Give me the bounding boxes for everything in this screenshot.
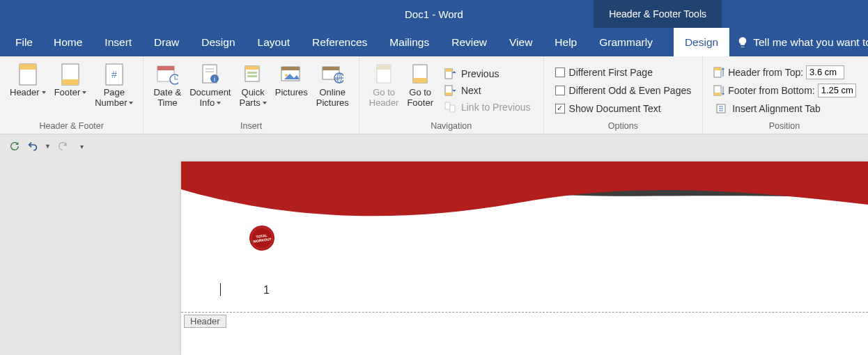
checkbox-checked-icon: ✓ [555, 104, 565, 113]
group-options: Different First Page Different Odd & Eve… [544, 56, 704, 134]
page-number-text: 1 [263, 284, 270, 297]
title-bar: Doc1 - Word Header & Footer Tools [0, 0, 868, 28]
svg-rect-37 [450, 105, 455, 112]
group-label: Position [769, 120, 800, 134]
pictures-icon [280, 63, 302, 86]
svg-rect-31 [413, 78, 427, 83]
document-page: TOTAL WORKOUT 1 Header [181, 161, 868, 355]
svg-rect-24 [323, 67, 339, 70]
alignment-tab-icon [715, 102, 728, 115]
date-time-button[interactable]: Date & Time [149, 61, 185, 120]
text-cursor [220, 283, 221, 296]
header-wave-red [181, 161, 868, 266]
ribbon: Header Footer # Page Number Header & Foo… [0, 56, 868, 134]
link-icon [444, 101, 457, 113]
qat-customize-icon[interactable]: ▾ [80, 143, 84, 150]
tab-insert[interactable]: Insert [93, 28, 143, 56]
footer-icon [59, 63, 82, 86]
logo-badge: TOTAL WORKOUT [249, 226, 274, 251]
online-pictures-button[interactable]: Online Pictures [312, 61, 353, 120]
svg-rect-3 [62, 79, 79, 85]
svg-text:#: # [111, 69, 117, 80]
group-insert: Date & Time i Document Info Quick Parts … [144, 56, 359, 134]
tab-draw[interactable]: Draw [143, 28, 190, 56]
svg-rect-29 [377, 65, 391, 70]
svg-rect-7 [157, 66, 174, 70]
group-header-footer: Header Footer # Page Number Header & Foo… [0, 56, 144, 134]
svg-rect-42 [714, 93, 721, 95]
previous-icon [444, 68, 457, 80]
next-button[interactable]: Next [442, 84, 534, 97]
quick-access-toolbar: ▼ ▾ [0, 134, 868, 158]
header-section-tag: Header [184, 315, 226, 328]
header-position-icon [713, 67, 725, 78]
link-to-previous-button[interactable]: Link to Previous [442, 100, 534, 114]
header-from-top-row: Header from Top: [713, 65, 855, 79]
svg-rect-19 [247, 75, 257, 77]
go-to-header-button[interactable]: Go to Header [365, 61, 403, 120]
group-label: Insert [240, 120, 262, 134]
tab-mailings[interactable]: Mailings [378, 28, 440, 56]
svg-point-22 [285, 74, 288, 77]
group-position: Header from Top: Footer from Bottom: Ins… [703, 56, 865, 134]
checkbox-icon [555, 68, 565, 77]
pictures-button[interactable]: Pictures [271, 61, 312, 120]
group-navigation: Go to Header Go to Footer Previous [359, 56, 544, 134]
redo-icon[interactable] [56, 140, 69, 152]
tab-design[interactable]: Design [190, 28, 246, 56]
header-icon [17, 63, 39, 86]
svg-rect-1 [20, 64, 36, 70]
tab-help[interactable]: Help [543, 28, 588, 56]
different-odd-even-checkbox[interactable]: Different Odd & Even Pages [554, 84, 693, 97]
footer-from-bottom-input[interactable] [818, 84, 856, 97]
go-to-footer-icon [409, 63, 431, 86]
header-from-top-input[interactable] [806, 65, 844, 79]
svg-rect-18 [247, 72, 257, 74]
footer-position-icon [713, 85, 725, 96]
go-to-header-icon [373, 63, 395, 86]
contextual-tab-label: Header & Footer Tools [594, 0, 722, 28]
page-number-button[interactable]: # Page Number [91, 61, 137, 120]
svg-rect-39 [714, 68, 721, 70]
go-to-footer-button[interactable]: Go to Footer [403, 61, 437, 120]
svg-rect-35 [445, 93, 452, 95]
tell-me-label: Tell me what you want to [753, 36, 868, 49]
lightbulb-icon [736, 36, 749, 49]
page-number-icon: # [103, 63, 125, 86]
tab-review[interactable]: Review [440, 28, 498, 56]
calendar-icon [156, 63, 178, 86]
quick-parts-icon [242, 63, 264, 86]
undo-icon[interactable] [26, 140, 39, 152]
document-info-button[interactable]: i Document Info [185, 61, 235, 120]
menu-tabs: File Home Insert Draw Design Layout Refe… [0, 28, 868, 56]
undo-dropdown-icon[interactable]: ▼ [45, 143, 51, 150]
group-label: Header & Footer [40, 120, 104, 134]
svg-rect-33 [445, 69, 452, 72]
footer-from-bottom-row: Footer from Bottom: [713, 84, 855, 97]
show-document-text-checkbox[interactable]: ✓ Show Document Text [554, 102, 693, 115]
footer-button[interactable]: Footer [50, 61, 91, 120]
tab-design-context[interactable]: Design [674, 28, 729, 56]
tab-grammarly[interactable]: Grammarly [588, 28, 664, 56]
document-info-icon: i [199, 63, 222, 86]
next-icon [444, 84, 457, 97]
group-label: Navigation [431, 120, 472, 134]
window-title: Doc1 - Word [405, 8, 463, 20]
checkbox-icon [555, 86, 565, 95]
tab-home[interactable]: Home [42, 28, 93, 56]
tell-me-search[interactable]: Tell me what you want to [729, 28, 868, 56]
svg-rect-21 [281, 67, 300, 70]
svg-rect-17 [245, 66, 259, 70]
tab-file[interactable]: File [0, 28, 42, 56]
quick-parts-button[interactable]: Quick Parts [235, 61, 270, 120]
tab-view[interactable]: View [498, 28, 543, 56]
refresh-icon[interactable] [8, 140, 21, 152]
header-boundary-line [181, 312, 868, 313]
header-button[interactable]: Header [6, 61, 50, 120]
previous-button[interactable]: Previous [442, 67, 534, 81]
tab-layout[interactable]: Layout [247, 28, 302, 56]
insert-alignment-tab-button[interactable]: Insert Alignment Tab [713, 102, 855, 116]
group-label: Options [608, 120, 638, 134]
different-first-page-checkbox[interactable]: Different First Page [554, 66, 693, 79]
tab-references[interactable]: References [301, 28, 378, 56]
